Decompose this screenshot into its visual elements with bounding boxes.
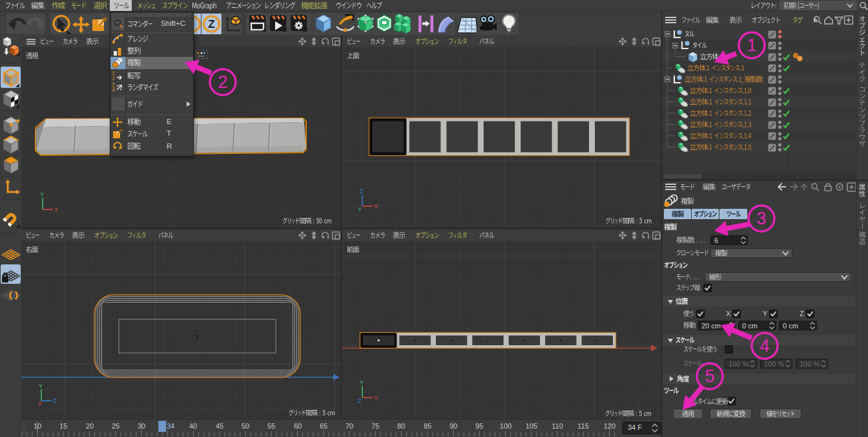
svg-text:X: X [374,203,378,209]
svg-text:Z: Z [360,189,364,195]
svg-text:Y: Y [360,381,364,386]
svg-text:Y: Y [358,206,362,213]
svg-text:X: X [38,400,42,407]
svg-text:Z: Z [358,398,362,404]
svg-text:Z: Z [208,18,214,30]
svg-text:Z: Z [53,398,57,404]
svg-text:Y: Y [40,193,44,198]
svg-text:X: X [54,206,58,213]
svg-text:X: X [374,394,378,401]
svg-text:Y: Y [39,384,43,389]
svg-text:R: R [112,89,115,92]
